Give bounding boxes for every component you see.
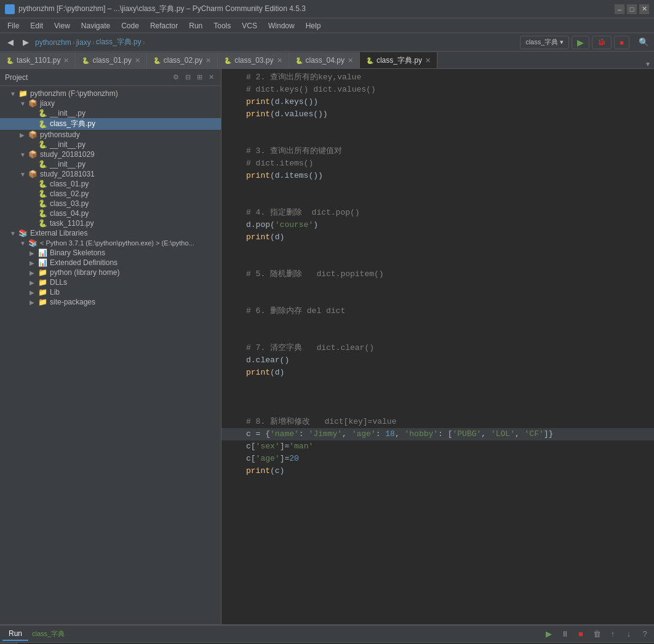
scroll-up-button[interactable]: ↑ [606,627,620,641]
sidebar-item-lib[interactable]: ▶ 📁 Lib [0,287,221,297]
line-number [221,465,246,477]
code-text [246,379,649,391]
breadcrumb-sep2: › [92,38,95,47]
search-button[interactable]: 🔍 [637,36,650,49]
code-line [221,293,654,305]
line-number [221,194,246,207]
tab-label: class_01.py [92,56,131,65]
menu-navigate[interactable]: Navigate [76,20,115,31]
run-button[interactable]: ▶ [572,36,589,49]
menu-file[interactable]: File [2,20,24,31]
menu-refactor[interactable]: Refactor [145,20,183,31]
sidebar-item-pythonstudy-init[interactable]: ▶ 🐍 __init__.py [0,140,221,149]
expand-icon: ▶ [20,132,28,138]
breadcrumb-folder[interactable]: jiaxy [76,38,91,47]
menu-tools[interactable]: Tools [209,20,236,31]
tab-class04[interactable]: 🐍 class_04.py ✕ [289,52,360,68]
close-button[interactable]: ✕ [639,4,649,14]
editor-content[interactable]: # 2. 查询出所有的key,value # dict.keys() dict.… [221,69,654,624]
menu-view[interactable]: View [49,20,75,31]
menu-help[interactable]: Help [301,20,326,31]
sidebar-item-class01[interactable]: ▶ 🐍 class_01.py [0,179,221,189]
sidebar-item-jiaxy[interactable]: ▼ 📦 jiaxy [0,98,221,108]
run-config-selector[interactable]: class_字典 ▾ [520,36,569,49]
code-text [246,317,649,330]
menu-edit[interactable]: Edit [25,20,48,31]
menu-window[interactable]: Window [263,20,300,31]
sidebar-item-study20181029-init[interactable]: ▶ 🐍 __init__.py [0,159,221,169]
code-text [246,403,649,416]
minimize-button[interactable]: – [615,4,624,14]
stop-button[interactable]: ■ [614,36,629,49]
pause-button[interactable]: ⏸ [558,627,572,641]
breadcrumb-file[interactable]: class_字典.py [96,37,142,47]
sidebar-settings-btn[interactable]: ⚙ [171,73,181,82]
run-again-button[interactable]: ▶ [542,627,556,641]
tab-class02[interactable]: 🐍 class_02.py ✕ [147,52,218,68]
sidebar-item-class-dict[interactable]: ▶ 🐍 class_字典.py [0,118,221,130]
sidebar-item-task1101[interactable]: ▶ 🐍 task_1101.py [0,218,221,228]
sidebar-item-binary-skeletons[interactable]: ▶ 📊 Binary Skeletons [0,248,221,258]
stop-run-button[interactable]: ■ [574,627,588,641]
sidebar-item-site-packages[interactable]: ▶ 📁 site-packages [0,297,221,307]
sidebar-item-study20181029[interactable]: ▼ 📦 study_20181029 [0,149,221,159]
titlebar-left: pythonzhm [F:\pythonzhm] – ...\jiaxy\cla… [5,4,306,14]
tab-close-icon[interactable]: ✕ [135,57,140,65]
line-number [221,96,246,108]
debug-button[interactable]: 🐞 [592,36,612,49]
leaf-icon: ▶ [30,110,38,117]
line-number [221,145,246,157]
scroll-down-button[interactable]: ↓ [622,627,636,641]
expand-icon: ▶ [30,260,38,266]
sidebar-item-pythonzhm[interactable]: ▼ 📁 pythonzhm (F:\pythonzhm) [0,89,221,98]
menu-code[interactable]: Code [116,20,144,31]
question-button[interactable]: ? [638,627,652,641]
line-number [221,453,246,465]
sidebar-item-class03[interactable]: ▶ 🐍 class_03.py [0,199,221,209]
code-text [246,391,649,403]
tab-close-icon[interactable]: ✕ [425,57,431,65]
sidebar-item-study20181031[interactable]: ▼ 📦 study_20181031 [0,169,221,179]
breadcrumb-root[interactable]: pythonzhm [35,38,71,47]
tab-overflow-btn[interactable]: ▾ [642,60,654,68]
sidebar-item-class02[interactable]: ▶ 🐍 class_02.py [0,189,221,199]
tab-close-icon[interactable]: ✕ [205,57,211,65]
tab-close-icon[interactable]: ✕ [63,57,69,65]
sidebar-expand-btn[interactable]: ⊞ [194,73,204,82]
tab-close-icon[interactable]: ✕ [277,57,282,65]
clear-output-button[interactable]: 🗑 [590,627,604,641]
line-number [221,428,246,440]
maximize-button[interactable]: □ [627,4,637,14]
sidebar-close-btn[interactable]: ✕ [206,73,216,82]
line-number [221,391,246,403]
tab-class03[interactable]: 🐍 class_03.py ✕ [218,52,289,68]
tab-task1101[interactable]: 🐍 task_1101.py ✕ [0,52,76,68]
tab-class01[interactable]: 🐍 class_01.py ✕ [76,52,146,68]
sidebar-item-jiaxy-init[interactable]: ▶ 🐍 __init__.py [0,108,221,118]
tab-close-icon[interactable]: ✕ [348,57,353,65]
line-number [221,256,246,268]
sidebar-item-python-libhome[interactable]: ▶ 📁 python (library home) [0,268,221,277]
sidebar-item-extended-definitions[interactable]: ▶ 📊 Extended Definitions [0,258,221,268]
sidebar-item-python371[interactable]: ▼ 📚 < Python 3.7.1 (E:\python\python.exe… [0,238,221,248]
sidebar-item-class04[interactable]: ▶ 🐍 class_04.py [0,209,221,218]
line-number [221,71,246,84]
tab-class-dict[interactable]: 🐍 class_字典.py ✕ [360,52,437,68]
code-line: # 4. 指定删除 dict.pop() [221,207,654,219]
sidebar-item-dlls[interactable]: ▶ 📁 DLLs [0,277,221,287]
toolbar-back-button[interactable]: ◀ [4,36,17,49]
py-file-icon: 🐍 [38,189,48,198]
tab-label: class_03.py [234,56,273,65]
sidebar-collapse-btn[interactable]: ⊟ [183,73,193,82]
menu-run[interactable]: Run [184,20,207,31]
menu-vcs[interactable]: VCS [237,20,262,31]
code-line: # dict.keys() dict.values() [221,84,654,96]
tab-run[interactable]: Run [2,627,28,641]
expand-icon: ▶ [30,250,38,256]
code-line [221,330,654,342]
sidebar-item-pythonstudy[interactable]: ▶ 📦 pythonstudy [0,130,221,140]
toolbar-fwd-button[interactable]: ▶ [19,36,33,49]
tab-file-icon: 🐍 [224,57,231,64]
sidebar-item-external-libs[interactable]: ▼ 📚 External Libraries [0,228,221,238]
leaf-icon: ▶ [30,121,38,127]
